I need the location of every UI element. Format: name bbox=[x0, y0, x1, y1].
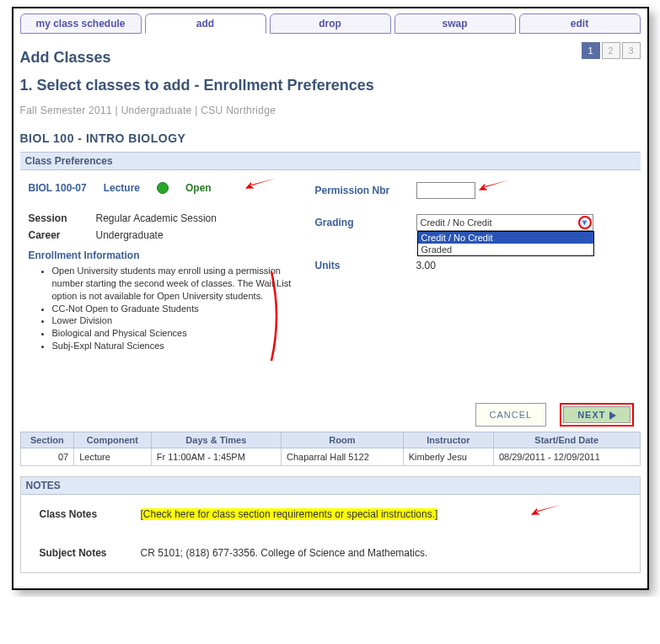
session-label: Session bbox=[29, 212, 81, 224]
career-value: Undergraduate bbox=[96, 229, 164, 241]
class-notes-label: Class Notes bbox=[40, 508, 124, 520]
career-label: Career bbox=[29, 229, 81, 241]
cell-component: Lecture bbox=[74, 448, 152, 465]
cell-room: Chaparral Hall 5122 bbox=[281, 448, 403, 465]
status-label: Open bbox=[185, 182, 212, 194]
col-dates: Start/End Date bbox=[493, 432, 640, 448]
subject-notes-value: CR 5101; (818) 677-3356. College of Scie… bbox=[141, 547, 621, 559]
enroll-heading: Enrollment Information bbox=[29, 250, 307, 261]
table-row: 07 Lecture Fr 11:00AM - 1:45PM Chaparral… bbox=[20, 448, 640, 465]
cell-section: 07 bbox=[20, 448, 74, 465]
grading-selected: Credit / No Credit bbox=[421, 217, 492, 228]
permission-label: Permission Nbr bbox=[315, 185, 408, 196]
schedule-table: Section Component Days & Times Room Inst… bbox=[20, 432, 641, 466]
step-1: 1 bbox=[582, 42, 600, 59]
enroll-item: Lower Division bbox=[52, 314, 307, 327]
tab-bar: my class schedule add drop swap edit bbox=[20, 13, 641, 34]
page-title: Add Classes bbox=[20, 49, 111, 67]
units-value: 3.00 bbox=[416, 260, 436, 271]
class-link[interactable]: BIOL 100-07 bbox=[29, 182, 87, 194]
term-line: Fall Semester 2011 | Undergraduate | CSU… bbox=[20, 105, 641, 116]
next-button-highlight: NEXT bbox=[560, 403, 633, 427]
cancel-button[interactable]: CANCEL bbox=[475, 403, 547, 427]
grading-dropdown: Credit / No Credit Graded bbox=[417, 231, 594, 256]
cell-instructor: Kimberly Jesu bbox=[403, 448, 493, 465]
step-3: 3 bbox=[622, 42, 641, 59]
step-2: 2 bbox=[602, 42, 620, 59]
enroll-item: Open University students may enroll usin… bbox=[52, 265, 307, 303]
permission-input[interactable] bbox=[416, 182, 475, 199]
class-prefs-heading: Class Preferences bbox=[20, 152, 641, 170]
col-section: Section bbox=[20, 432, 74, 448]
grading-option[interactable]: Credit / No Credit bbox=[418, 232, 593, 244]
annotation-bracket bbox=[270, 270, 287, 362]
enroll-item: Subj-Expl Natural Sciences bbox=[52, 340, 307, 352]
tab-edit[interactable]: edit bbox=[519, 13, 641, 34]
class-notes-value: [Check here for class section requiremen… bbox=[141, 508, 438, 520]
enroll-list: Open University students may enroll usin… bbox=[52, 265, 307, 352]
enroll-item: Biological and Physical Sciences bbox=[52, 327, 307, 340]
component-label: Lecture bbox=[104, 182, 140, 194]
tab-drop[interactable]: drop bbox=[270, 13, 391, 34]
col-component: Component bbox=[74, 432, 152, 448]
units-label: Units bbox=[315, 260, 408, 271]
grading-select[interactable]: Credit / No Credit ▼ Credit / No Credit … bbox=[416, 214, 593, 231]
grading-label: Grading bbox=[315, 217, 408, 228]
cell-dates: 08/29/2011 - 12/09/2011 bbox=[493, 448, 640, 465]
status-open-icon bbox=[157, 182, 169, 194]
step-heading: 1. Select classes to add - Enrollment Pr… bbox=[20, 77, 641, 94]
notes-section: NOTES Class Notes [Check here for class … bbox=[20, 476, 641, 573]
tab-schedule[interactable]: my class schedule bbox=[20, 13, 142, 34]
course-title: BIOL 100 - INTRO BIOLOGY bbox=[20, 131, 641, 145]
enroll-item: CC-Not Open to Graduate Students bbox=[52, 303, 307, 315]
chevron-down-icon[interactable]: ▼ bbox=[578, 216, 592, 229]
next-button[interactable]: NEXT bbox=[563, 406, 630, 423]
session-value: Regular Academic Session bbox=[96, 212, 217, 224]
grading-option[interactable]: Graded bbox=[418, 244, 593, 255]
col-days: Days & Times bbox=[151, 432, 281, 448]
col-room: Room bbox=[281, 432, 403, 448]
step-indicator: 1 2 3 bbox=[582, 42, 641, 59]
subject-notes-label: Subject Notes bbox=[40, 547, 124, 559]
notes-heading: NOTES bbox=[21, 477, 640, 495]
cell-days: Fr 11:00AM - 1:45PM bbox=[151, 448, 281, 465]
tab-add[interactable]: add bbox=[145, 13, 266, 34]
tab-swap[interactable]: swap bbox=[394, 13, 516, 34]
col-instructor: Instructor bbox=[403, 432, 493, 448]
